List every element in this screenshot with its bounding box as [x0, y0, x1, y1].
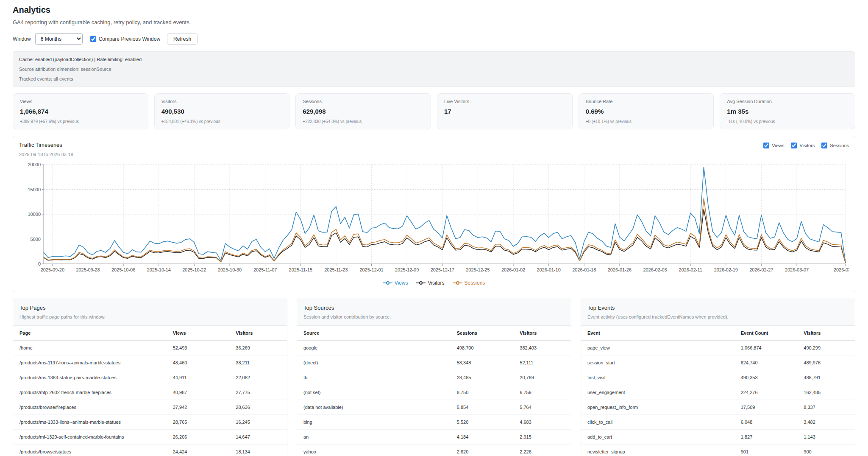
table-row: yahoo2,6202,226	[297, 445, 571, 456]
top-sources-cell: 4,184	[451, 430, 514, 445]
stat-label: Sessions	[303, 99, 424, 104]
series-toggle-checkbox-visitors[interactable]	[791, 143, 797, 148]
compare-previous-checkbox[interactable]	[90, 36, 96, 42]
top-sources-cell: 498,700	[451, 341, 514, 355]
svg-text:2026-01-26: 2026-01-26	[608, 267, 632, 272]
top-sources-cell: an	[297, 430, 451, 445]
window-label: Window	[13, 36, 31, 42]
column-header: Visitors	[513, 326, 571, 341]
table-row: /products/ms-1383-statue-pairs-marble-st…	[13, 370, 287, 385]
top-pages-cell: 14,647	[229, 430, 287, 445]
table-row: session_start624,740489,976	[581, 355, 855, 370]
column-header: Visitors	[797, 326, 855, 341]
top-sources-cell: (not set)	[297, 385, 451, 400]
svg-text:2025-11-15: 2025-11-15	[289, 267, 312, 272]
top-events-cell: 490,299	[797, 341, 855, 355]
top-events-cell: 8,337	[797, 400, 855, 415]
series-toggle-label: Visitors	[799, 143, 815, 148]
panel-title: Top Pages	[19, 305, 281, 311]
table-row: google498,700382,403	[297, 341, 571, 355]
column-header: Sessions	[451, 326, 514, 341]
top-events-table: EventEvent CountVisitorspage_view1,066,8…	[581, 326, 855, 456]
top-pages-cell: /home	[13, 341, 167, 355]
top-sources-cell: 20,789	[513, 370, 571, 385]
timeseries-title: Traffic Timeseries	[19, 142, 73, 148]
legend-marker-icon	[416, 281, 426, 285]
config-line-source-dimension: Source attribution dimension: sessionSou…	[19, 67, 849, 72]
top-sources-table: SourceSessionsVisitorsgoogle498,700382,4…	[297, 326, 571, 456]
top-pages-cell: 40,987	[167, 385, 230, 400]
top-sources-cell: fb	[297, 370, 451, 385]
top-events-cell: 490,353	[734, 370, 798, 385]
table-row: first_visit490,353488,791	[581, 370, 855, 385]
table-row: /products/ms-1333-lions--animals-marble-…	[13, 415, 287, 430]
svg-text:2025-10-22: 2025-10-22	[182, 267, 206, 272]
top-sources-cell: 5,520	[451, 415, 514, 430]
table-row: newsletter_signup901900	[581, 445, 855, 456]
top-events-cell: add_to_cart	[581, 430, 734, 445]
table-row: (not set)8,7506,759	[297, 385, 571, 400]
column-header: Event Count	[734, 326, 798, 341]
window-select[interactable]: 6 Months	[35, 33, 83, 45]
stat-value: 490,530	[161, 108, 283, 115]
top-pages-cell: 28,636	[229, 400, 287, 415]
tables-row: Top PagesHighest traffic page paths for …	[13, 299, 855, 456]
top-sources-cell: (direct)	[297, 355, 451, 370]
config-banner: Cache: enabled (payloadCollection) | Rat…	[13, 51, 855, 87]
svg-text:2026-01-18: 2026-01-18	[572, 267, 596, 272]
top-events-cell: 17,509	[734, 400, 798, 415]
column-header: Event	[581, 326, 734, 341]
top-pages-cell: 18,134	[229, 445, 287, 456]
stat-label: Live Visitors	[444, 99, 565, 104]
stat-cards-row: Views1,066,874+389,979 (+57.6%) vs previ…	[13, 93, 855, 129]
config-line-cache: Cache: enabled (payloadCollection) | Rat…	[19, 57, 849, 62]
svg-text:2025-12-25: 2025-12-25	[466, 267, 490, 272]
top-pages-cell: /products/mfp-2602-french-marble-firepla…	[13, 385, 167, 400]
stat-card-bounce-rate: Bounce Rate0.69%+0 (+10.1%) vs previous	[579, 93, 714, 129]
top-sources-cell: 58,348	[451, 355, 514, 370]
svg-text:2026-01-02: 2026-01-02	[501, 267, 525, 272]
top-sources-cell: bing	[297, 415, 451, 430]
series-toggle-visitors[interactable]: Visitors	[791, 143, 815, 148]
top-pages-panel: Top PagesHighest traffic page paths for …	[13, 299, 287, 456]
top-pages-cell: 48,460	[167, 355, 230, 370]
table-row: /products/mfp-2602-french-marble-firepla…	[13, 385, 287, 400]
top-pages-cell: /products/browse/fireplaces	[13, 400, 167, 415]
top-events-cell: session_start	[581, 355, 734, 370]
series-toggle-views[interactable]: Views	[763, 143, 784, 148]
table-row: user_engagement224,276162,485	[581, 385, 855, 400]
series-toggle-label: Views	[772, 143, 784, 148]
refresh-button[interactable]: Refresh	[167, 34, 198, 45]
stat-card-avg-session-duration: Avg Session Duration1m 35s-11s (-10.0%) …	[720, 93, 855, 129]
table-row: click_to_call6,0483,482	[581, 415, 855, 430]
top-sources-cell: yahoo	[297, 445, 451, 456]
top-events-cell: 3,482	[797, 415, 855, 430]
top-pages-table: PageViewsVisitors/home52,49336,269/produ…	[13, 326, 287, 456]
top-events-cell: open_request_info_form	[581, 400, 734, 415]
stat-delta: +389,979 (+57.6%) vs previous	[20, 119, 141, 124]
series-toggle-checkbox-sessions[interactable]	[821, 143, 827, 148]
svg-text:2025-09-28: 2025-09-28	[76, 267, 100, 272]
stat-value: 629,098	[303, 108, 424, 115]
top-pages-cell: 44,911	[167, 370, 230, 385]
series-toggles: ViewsVisitorsSessions	[763, 142, 849, 148]
top-events-cell: 624,740	[734, 355, 798, 370]
top-pages-cell: /products/mf-1329-self-contained-marble-…	[13, 430, 167, 445]
traffic-timeseries-chart: 050001000015000200002025-09-202025-09-28…	[19, 161, 849, 278]
svg-text:2025-10-06: 2025-10-06	[111, 267, 135, 272]
page-subtitle: GA4 reporting with configurable caching,…	[13, 19, 855, 25]
svg-text:2026-02-27: 2026-02-27	[749, 267, 773, 272]
top-pages-cell: 22,082	[229, 370, 287, 385]
top-pages-cell: 38,211	[229, 355, 287, 370]
top-events-cell: click_to_call	[581, 415, 734, 430]
timeseries-panel: Traffic Timeseries 2025-09-18 to 2026-03…	[13, 136, 855, 292]
top-sources-header: Top SourcesSession and visitor contribut…	[297, 299, 571, 326]
top-events-cell: 1,143	[797, 430, 855, 445]
series-toggle-sessions[interactable]: Sessions	[821, 143, 849, 148]
stat-card-views: Views1,066,874+389,979 (+57.6%) vs previ…	[13, 93, 148, 129]
series-toggle-checkbox-views[interactable]	[763, 143, 769, 148]
top-pages-header: Top PagesHighest traffic page paths for …	[13, 299, 287, 326]
panel-title: Top Sources	[303, 305, 565, 311]
top-events-cell: 162,485	[797, 385, 855, 400]
top-events-cell: 488,791	[797, 370, 855, 385]
